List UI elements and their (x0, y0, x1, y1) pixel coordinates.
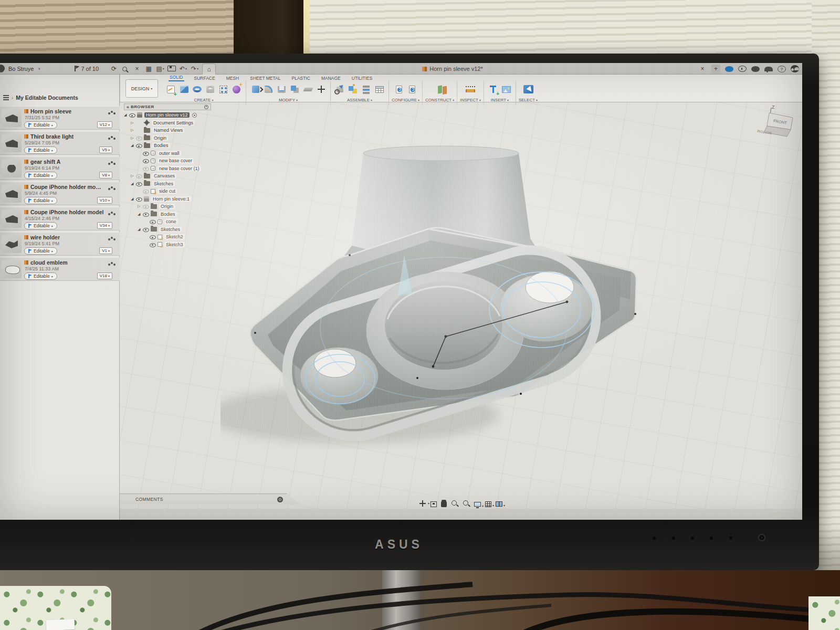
comments-options-icon[interactable] (277, 497, 283, 502)
hole-icon[interactable] (204, 82, 217, 97)
grid-view-icon[interactable]: ▦ (144, 64, 153, 74)
Coupe iPhone holder model adva...[interactable]: Coupe iPhone holder model adva... 5/9/24… (0, 182, 120, 205)
browser-tree-row[interactable]: Sketch3 (123, 241, 201, 249)
expander-icon[interactable] (131, 121, 136, 125)
breadcrumb[interactable]: › My Editable Documents (3, 94, 78, 101)
ribbon-tab[interactable]: MANAGE (320, 76, 342, 81)
pan-icon[interactable] (419, 500, 426, 507)
visibility-eye-icon[interactable] (143, 188, 150, 194)
collapse-panel-icon[interactable]: « (127, 104, 129, 110)
browser-tree-row[interactable]: Sketches (123, 180, 201, 188)
notifications-bell-icon[interactable] (764, 67, 773, 71)
Third brake light[interactable]: Third brake light 5/29/24 7:05 PM Editab… (0, 131, 120, 155)
group-label-modify[interactable]: MODIFY (279, 98, 298, 102)
home-tab-icon[interactable]: ⌂ (202, 64, 216, 75)
sync-clock-icon[interactable] (738, 66, 747, 72)
browser-tree-row[interactable]: Bodies (123, 142, 201, 150)
shell-icon[interactable] (275, 82, 288, 97)
browser-tree-row[interactable]: Bodies (123, 211, 201, 218)
browser-tree-row[interactable]: Horn pin sleeve:1 (123, 195, 201, 203)
ribbon-tab[interactable]: MESH (225, 76, 240, 81)
view-cube[interactable]: Z FRONT BOTTOM (756, 103, 800, 142)
viewports-icon[interactable] (496, 501, 502, 507)
create-sketch-icon[interactable] (164, 82, 177, 97)
workspace-switcher[interactable]: DESIGN (125, 79, 158, 98)
group-label-select[interactable]: SELECT (519, 98, 538, 102)
document-position[interactable]: 7 of 10 (75, 66, 99, 72)
configuration-icon[interactable] (393, 82, 406, 97)
construction-plane-icon[interactable] (433, 82, 446, 97)
browser-tree-row[interactable]: Document Settings (123, 119, 201, 127)
help-icon[interactable]: ? (778, 66, 786, 72)
refresh-icon[interactable]: ⟳ (110, 64, 118, 74)
browser-tree-row[interactable]: Sketches (123, 226, 201, 234)
editable-status-dropdown[interactable]: Editable (24, 197, 57, 204)
monitor-button[interactable] (729, 537, 732, 540)
browser-tree-row[interactable]: Origin (123, 134, 201, 142)
split-body-icon[interactable] (301, 82, 314, 97)
browser-tree-row[interactable]: new base cover (123, 157, 201, 165)
insert-derive-icon[interactable] (487, 82, 500, 97)
version-dropdown[interactable]: V12 (97, 121, 112, 128)
monitor-power-button[interactable] (758, 534, 765, 541)
new-component-icon[interactable] (333, 82, 346, 97)
fit-view-icon[interactable] (430, 501, 437, 507)
insert-canvas-icon[interactable] (500, 82, 513, 97)
visibility-eye-icon[interactable] (136, 143, 143, 148)
visibility-eye-icon[interactable] (150, 234, 156, 239)
visibility-eye-icon[interactable] (150, 219, 156, 224)
visibility-eye-icon[interactable] (143, 212, 150, 217)
group-label-insert[interactable]: INSERT (491, 98, 509, 102)
revolve-icon[interactable] (191, 82, 204, 97)
visibility-eye-icon[interactable] (143, 158, 150, 163)
group-label-configure[interactable]: CONFIGURE (392, 98, 419, 102)
group-label-create[interactable]: CREATE (194, 98, 214, 102)
zoom-window-icon[interactable] (463, 500, 470, 507)
expander-icon[interactable] (131, 174, 136, 178)
activate-component-radio[interactable] (192, 113, 197, 118)
monitor-button[interactable] (653, 537, 656, 540)
editable-status-dropdown[interactable]: Editable (24, 222, 57, 229)
browser-tree-row[interactable]: new base cover (1) (123, 165, 201, 173)
browser-tree-row[interactable]: outer wall (123, 150, 201, 158)
wire holder[interactable]: wire holder 9/19/24 5:41 PM Editable V1 (0, 232, 120, 256)
version-dropdown[interactable]: V5 (99, 146, 112, 153)
ribbon-tab[interactable]: SHEET METAL (249, 76, 281, 81)
version-dropdown[interactable]: V18 (97, 272, 112, 279)
ribbon-tab[interactable]: PLASTIC (291, 76, 311, 81)
pattern-icon[interactable] (217, 82, 230, 97)
measure-icon[interactable] (464, 82, 477, 97)
expander-icon[interactable] (131, 128, 136, 132)
create-form-icon[interactable] (230, 82, 243, 97)
editable-status-dropdown[interactable]: Editable (24, 121, 57, 129)
rigid-group-icon[interactable] (360, 82, 373, 97)
bom-table-icon[interactable] (373, 82, 386, 97)
fillet-icon[interactable] (262, 82, 275, 97)
grid-layout-icon[interactable] (485, 501, 491, 507)
Horn pin sleeve[interactable]: Horn pin sleeve 7/31/25 5:52 PM Editable… (0, 106, 120, 130)
version-dropdown[interactable]: V34 (97, 222, 112, 229)
browser-tree-row[interactable]: Canvases (123, 172, 201, 180)
model-3d[interactable] (220, 121, 667, 459)
cloud emblem[interactable]: cloud emblem 7/4/25 11:33 AM Editable V1… (0, 257, 120, 281)
select-icon[interactable] (522, 82, 535, 97)
version-dropdown[interactable]: V10 (97, 197, 112, 204)
search-icon[interactable] (121, 65, 130, 72)
monitor-button[interactable] (691, 537, 694, 540)
version-dropdown[interactable]: V1 (99, 247, 112, 254)
move-copy-icon[interactable] (314, 82, 328, 97)
visibility-eye-icon[interactable] (143, 151, 150, 156)
display-settings-icon[interactable] (474, 502, 481, 507)
Coupe iPhone holder model[interactable]: Coupe iPhone holder model 4/15/24 2:46 P… (0, 207, 120, 230)
expander-icon[interactable] (138, 204, 143, 208)
viewport-canvas[interactable]: « BROWSER Horn pin sleeve v12 Docu (120, 102, 802, 509)
expander-icon[interactable] (131, 197, 136, 201)
visibility-eye-icon[interactable] (129, 112, 136, 118)
zoom-icon[interactable] (451, 500, 458, 507)
visibility-eye-icon[interactable] (136, 173, 143, 178)
combine-icon[interactable] (288, 82, 301, 97)
visibility-eye-icon[interactable] (136, 196, 143, 202)
press-pull-icon[interactable] (249, 82, 262, 97)
redo-icon[interactable]: ↷ (191, 64, 199, 74)
file-new-icon[interactable]: ▤ (156, 64, 164, 74)
